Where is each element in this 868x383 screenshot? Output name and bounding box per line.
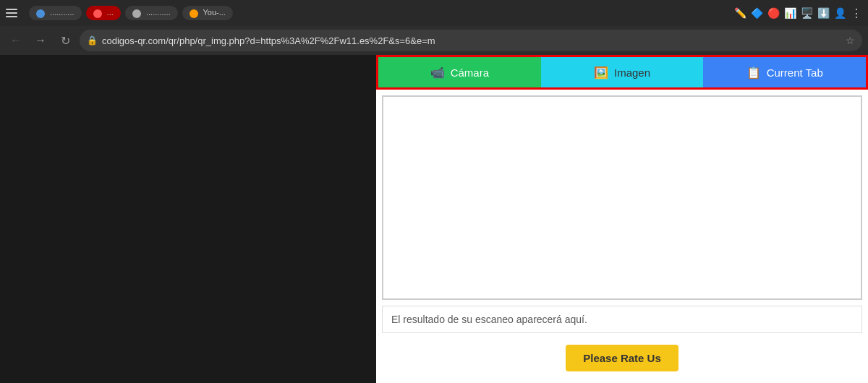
rate-section: Please Rate Us xyxy=(376,333,868,383)
scan-result-text: El resultado de su escaneo aparecerá aqu… xyxy=(391,314,587,325)
ext-icon-7[interactable]: 👤 xyxy=(834,7,846,19)
popup-container: 📹 Cámara 🖼️ Imagen 📋 Current Tab xyxy=(376,55,868,383)
camera-preview-area xyxy=(382,95,862,300)
browser-frame: ........... ... ........... You-... ✏️ 🔷… xyxy=(0,0,868,383)
lock-icon: 🔒 xyxy=(87,35,98,46)
refresh-button[interactable]: ↻ xyxy=(55,30,75,51)
imagen-tab-label: Imagen xyxy=(614,66,650,79)
ext-icon-6[interactable]: ⬇️ xyxy=(817,7,830,19)
current-tab-icon: 📋 xyxy=(746,66,761,79)
tabs-row: 📹 Cámara 🖼️ Imagen 📋 Current Tab xyxy=(376,55,868,90)
scan-result-area: El resultado de su escaneo aparecerá aqu… xyxy=(382,306,862,333)
main-panel: El resultado de su escaneo aparecerá aqu… xyxy=(376,90,868,383)
bookmark-3[interactable]: ........... xyxy=(125,6,178,20)
camera-tab-button[interactable]: 📹 Cámara xyxy=(378,57,541,87)
ext-menu-icon[interactable]: ⋮ xyxy=(851,7,862,20)
chrome-apps-icon[interactable] xyxy=(6,6,20,20)
imagen-icon: 🖼️ xyxy=(594,66,608,79)
back-button[interactable]: ← xyxy=(6,30,26,51)
browser-content: 📹 Cámara 🖼️ Imagen 📋 Current Tab xyxy=(0,55,868,383)
camera-icon: 📹 xyxy=(430,66,445,79)
bookmark-4[interactable]: You-... xyxy=(182,6,233,20)
bookmark-star-icon[interactable]: ☆ xyxy=(846,35,855,46)
current-tab-button[interactable]: 📋 Current Tab xyxy=(703,57,866,87)
bookmark-1[interactable]: ........... xyxy=(29,6,82,20)
rate-us-button[interactable]: Please Rate Us xyxy=(566,345,678,371)
forward-button[interactable]: → xyxy=(30,30,51,51)
chrome-menu-bar: ........... ... ........... You-... ✏️ 🔷… xyxy=(0,0,868,26)
ext-icon-3[interactable]: 🔴 xyxy=(767,7,780,19)
ext-icon-4[interactable]: 📊 xyxy=(784,7,796,19)
browser-nav: ← → ↻ 🔒 codigos-qr.com/qr/php/qr_img.php… xyxy=(0,26,868,55)
left-dark-area xyxy=(0,55,376,383)
ext-icon-1[interactable]: ✏️ xyxy=(734,7,746,19)
bookmark-2[interactable]: ... xyxy=(86,6,121,20)
imagen-tab-button[interactable]: 🖼️ Imagen xyxy=(541,57,704,87)
bookmarks-bar: ........... ... ........... You-... xyxy=(29,6,233,20)
ext-icon-2[interactable]: 🔷 xyxy=(751,7,763,19)
camera-tab-label: Cámara xyxy=(451,66,489,79)
ext-icon-5[interactable]: 🖥️ xyxy=(801,7,813,19)
address-bar[interactable]: 🔒 codigos-qr.com/qr/php/qr_img.php?d=htt… xyxy=(80,30,862,51)
current-tab-label: Current Tab xyxy=(767,66,823,79)
url-text: codigos-qr.com/qr/php/qr_img.php?d=https… xyxy=(102,35,841,46)
